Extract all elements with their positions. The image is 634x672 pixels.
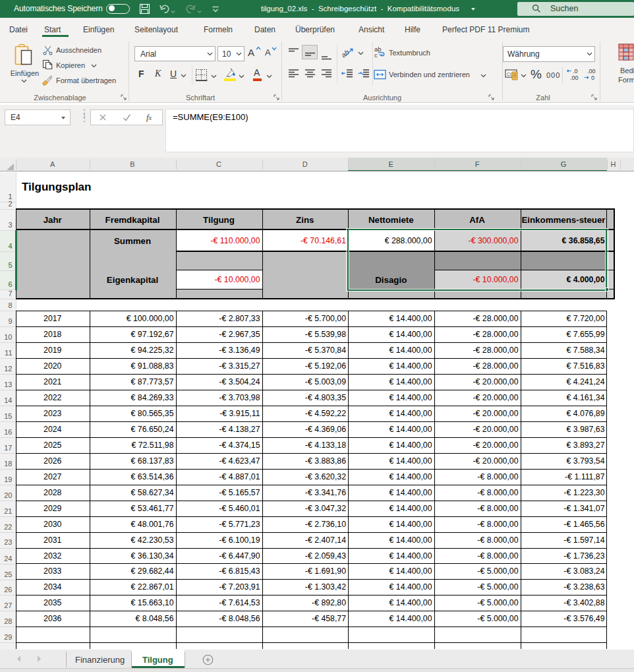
svg-text:ab: ab — [341, 47, 351, 59]
svg-text:0: 0 — [591, 75, 594, 81]
svg-text:.00: .00 — [587, 68, 596, 75]
svg-text:.00: .00 — [570, 75, 579, 81]
svg-text:c: c — [374, 51, 378, 59]
svg-text:.0: .0 — [573, 68, 578, 75]
